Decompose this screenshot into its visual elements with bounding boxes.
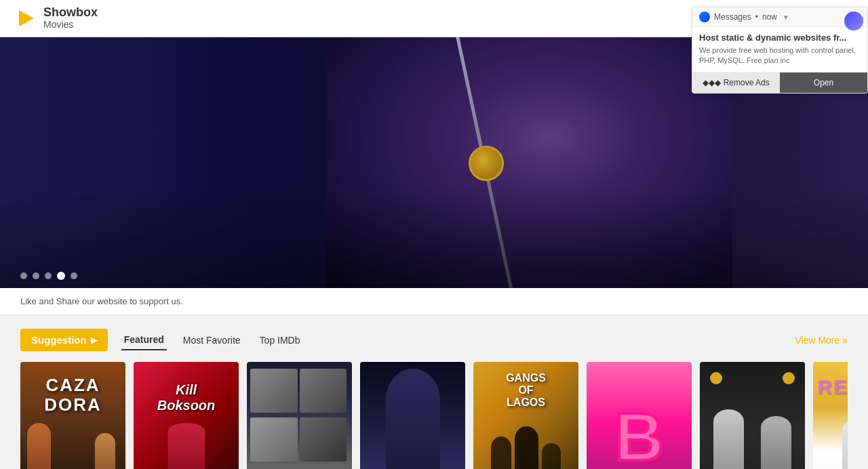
ad-title: Host static & dynamic websites fr... [699,33,861,43]
ad-popup: Messages • now ▼ Host static & dynamic w… [692,7,868,94]
ad-avatar [844,12,863,30]
movie-card-the-park[interactable]: THE PARK The Park (2023) [360,362,465,469]
movie-card-blackberry[interactable]: BLACKBERRY BlackBerry (2023) [700,362,805,469]
movie-poster-gangs: GANGSOFLAGOS [473,362,578,469]
suggestion-left: Suggestion ▶ Featured Most Favorite Top … [20,329,303,351]
poster-text-reality: REALITY [813,362,848,469]
movie-poster-blackberry: BLACKBERRY [700,362,805,469]
suggestion-label: Suggestion [31,334,87,346]
movie-card-air[interactable]: AIR Air (2023) [247,362,352,469]
logo[interactable]: Showbox Movies [14,6,98,30]
barbie-b-letter: B [614,403,663,469]
ad-remove-button[interactable]: ◆◆◆ Remove Ads [692,73,780,93]
poster-text-cazadora: CAZADORA [20,362,125,469]
tab-most-favorite[interactable]: Most Favorite [180,331,243,350]
movie-card-cazadora[interactable]: CAZADORA Cazadora (2023) [20,362,125,469]
suggestion-chevron-icon: ▶ [91,335,97,345]
movie-poster-air: AIR [247,362,352,469]
movie-poster-barbie: B [587,362,692,469]
ad-chevron-down-icon: ▼ [783,14,789,21]
support-text: Like and Share our website to support us… [20,296,183,306]
movie-card-reality[interactable]: REALITY Reality (2023) [813,362,848,469]
movie-card-kill-boksoon[interactable]: KillBoksoon Kill Boksoon (2023) [134,362,239,469]
movie-poster-reality: REALITY [813,362,848,469]
messenger-icon [699,12,710,22]
movie-poster-cazadora: CAZADORA [20,362,125,469]
hero-dot-2[interactable] [33,272,39,279]
logo-text: Showbox Movies [43,6,98,30]
gangs-title: GANGSOFLAGOS [506,372,546,409]
movie-card-barbie[interactable]: B Barbie (2023) [587,362,692,469]
poster-text-kill: KillBoksoon [134,362,239,469]
ad-actions: ◆◆◆ Remove Ads Open [692,72,867,93]
hero-dot-1[interactable] [20,272,27,279]
poster-text-air: AIR [247,362,352,469]
hero-dots [20,272,77,280]
suggestion-section: Suggestion ▶ Featured Most Favorite Top … [0,315,868,469]
suggestion-badge[interactable]: Suggestion ▶ [20,329,108,351]
view-more-link[interactable]: View More » [795,335,848,346]
movie-card-gangs[interactable]: GANGSOFLAGOS Gangs of Lagos (2023) [473,362,578,469]
hero-dot-4[interactable] [57,272,65,280]
movie-poster-kill: KillBoksoon [134,362,239,469]
suggestion-header: Suggestion ▶ Featured Most Favorite Top … [20,329,848,351]
tab-featured[interactable]: Featured [121,330,167,350]
showbox-logo-icon [14,6,38,30]
ad-header: Messages • now ▼ [692,7,867,27]
ad-bullet: • [755,12,758,22]
ad-open-button[interactable]: Open [780,73,867,93]
poster-text-park: THE PARK [360,362,465,469]
svg-marker-0 [19,10,34,26]
tab-top-imdb[interactable]: Top IMDb [257,331,303,350]
ad-body: Host static & dynamic websites fr... We … [692,27,867,72]
support-bar: Like and Share our website to support us… [0,288,868,315]
ad-time: now [762,12,777,22]
ad-description: We provide free web hosting with control… [699,45,861,66]
poster-text-barbie: B [587,362,692,469]
kill-title: KillBoksoon [152,382,221,413]
reality-title: REALITY [817,375,848,399]
logo-brand: Showbox [43,6,98,20]
movies-grid: CAZADORA Cazadora (2023) KillBoksoon Kil… [20,362,848,469]
ad-platform: Messages [714,12,751,22]
logo-sub: Movies [43,20,98,30]
movie-poster-park: THE PARK [360,362,465,469]
hero-dot-3[interactable] [45,272,52,279]
poster-text-gangs: GANGSOFLAGOS [473,362,578,469]
poster-text-blackberry: BLACKBERRY [700,362,805,469]
cazadora-title: CAZADORA [40,375,106,414]
hero-dot-5[interactable] [71,272,77,279]
